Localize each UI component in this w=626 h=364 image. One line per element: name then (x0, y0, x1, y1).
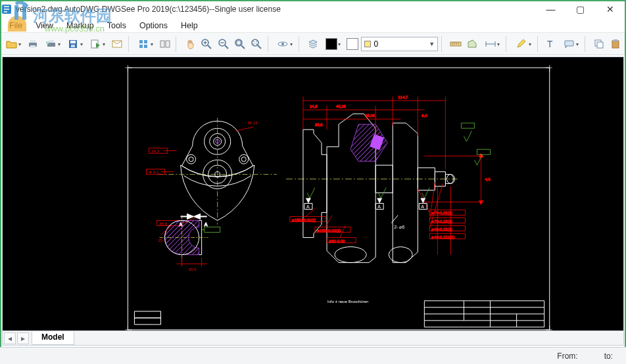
svg-text:⌀40-0,012(2): ⌀40-0,012(2) (431, 235, 454, 239)
dimension-icon (485, 39, 496, 49)
svg-rect-5 (30, 45, 36, 48)
zoom-out-button[interactable] (216, 35, 231, 53)
svg-rect-19 (166, 41, 170, 47)
menu-options[interactable]: Options (133, 20, 174, 32)
svg-text:6,0: 6,0 (421, 114, 427, 118)
svg-text:⌀155±0,02(2): ⌀155±0,02(2) (292, 218, 316, 222)
svg-point-73 (189, 157, 193, 162)
browser-button[interactable] (135, 35, 156, 53)
menu-markup[interactable]: Markup (60, 20, 101, 32)
statusbar: From: to: (0, 347, 626, 364)
batch-print-button[interactable] (42, 35, 63, 53)
menu-view[interactable]: View (29, 20, 60, 32)
svg-text:24,5: 24,5 (310, 104, 318, 108)
svg-text:T: T (547, 39, 553, 49)
svg-rect-171 (134, 311, 160, 318)
svg-text:25: 25 (158, 239, 162, 242)
layer-dropdown[interactable]: 0 ▼ (361, 37, 438, 51)
compare-button[interactable] (157, 35, 172, 53)
svg-line-158 (391, 216, 398, 223)
svg-rect-18 (160, 41, 164, 47)
svg-rect-47 (614, 39, 617, 41)
svg-text:4,5: 4,5 (485, 177, 491, 181)
svg-rect-16 (139, 45, 143, 48)
svg-text:A: A (205, 222, 208, 227)
svg-text:⌀40-0,02(2): ⌀40-0,02(2) (431, 227, 452, 231)
svg-text:114,7: 114,7 (398, 95, 408, 99)
dimension-button[interactable] (481, 35, 502, 53)
svg-rect-43 (565, 41, 573, 46)
zoom-extent-button[interactable] (249, 35, 264, 53)
svg-point-74 (239, 154, 249, 164)
svg-point-113 (389, 247, 412, 263)
copy-button[interactable] (591, 35, 606, 53)
folder-open-icon (6, 39, 18, 49)
zoom-window-icon (235, 39, 245, 49)
menu-help[interactable]: Help (174, 20, 205, 32)
layers-icon (308, 39, 318, 49)
layer-value: 0 (373, 39, 426, 49)
batch-print-icon (45, 39, 57, 49)
svg-marker-133 (479, 200, 483, 204)
layers-button[interactable] (306, 35, 321, 53)
orbit-button[interactable] (274, 35, 295, 53)
export-button[interactable] (87, 35, 108, 53)
measure-area-button[interactable] (465, 35, 480, 53)
mail-button[interactable] (109, 35, 124, 53)
svg-text:⌀155±0,02(2): ⌀155±0,02(2) (317, 229, 341, 233)
color-black-button[interactable] (322, 35, 343, 53)
area-icon (467, 39, 477, 49)
ruler-icon (450, 39, 462, 49)
close-button[interactable]: ✕ (595, 0, 625, 18)
svg-rect-159 (461, 123, 474, 128)
drawing-viewport[interactable]: Info ± neue Broschüren (2, 57, 624, 346)
svg-rect-34 (450, 42, 461, 46)
pan-button[interactable] (182, 35, 197, 53)
svg-text:⌀70-0,02(2): ⌀70-0,02(2) (431, 219, 452, 223)
titlebar: version2.dwg AutoDWG DWGSee Pro 2019(c:\… (0, 0, 626, 18)
menu-file[interactable]: File (3, 20, 29, 32)
paste-icon (610, 39, 621, 49)
minimize-button[interactable]: — (536, 0, 566, 18)
window-title: version2.dwg AutoDWG DWGSee Pro 2019(c:\… (16, 5, 536, 14)
svg-marker-93 (194, 214, 201, 219)
drawing-canvas: Info ± neue Broschüren (3, 57, 623, 345)
menu-tools[interactable]: Tools (101, 20, 133, 32)
svg-marker-90 (187, 214, 194, 219)
zoom-window-button[interactable] (232, 35, 247, 53)
comment-button[interactable] (560, 35, 581, 53)
paste-button[interactable] (608, 35, 623, 53)
svg-line-29 (241, 45, 245, 49)
open-button[interactable] (3, 35, 24, 53)
app-icon (1, 4, 12, 14)
pen-icon (516, 39, 527, 49)
save-icon (68, 39, 80, 49)
svg-rect-104 (205, 227, 220, 233)
svg-line-31 (258, 45, 261, 49)
svg-point-112 (335, 247, 366, 263)
save-button[interactable] (64, 35, 85, 53)
svg-line-21 (208, 45, 211, 49)
section-detail: 25 35,5 (158, 216, 220, 271)
hand-icon (185, 39, 195, 49)
title-block (424, 301, 544, 327)
left-view: 80,15 14,5 ⊕ 0,1 85,8 A A (146, 118, 276, 226)
zoom-in-icon (201, 39, 212, 49)
maximize-button[interactable]: ▢ (566, 0, 595, 18)
svg-rect-11 (71, 45, 75, 47)
compare-icon (160, 39, 170, 49)
color-white-button[interactable] (345, 35, 360, 53)
tab-model[interactable]: Model (32, 332, 74, 345)
markup-pen-button[interactable] (512, 35, 533, 53)
zoom-in-button[interactable] (199, 35, 214, 53)
tab-prev-button[interactable]: ◂ (4, 332, 16, 344)
svg-rect-8 (46, 41, 49, 44)
white-swatch (347, 38, 358, 50)
measure-distance-button[interactable] (448, 35, 463, 53)
svg-text:⊕ 0,1: ⊕ 0,1 (149, 170, 159, 174)
copy-icon (594, 39, 604, 49)
text-button[interactable]: T (544, 35, 559, 53)
export-icon (90, 39, 102, 49)
print-button[interactable] (25, 35, 40, 53)
tab-next-button[interactable]: ▸ (17, 332, 29, 344)
